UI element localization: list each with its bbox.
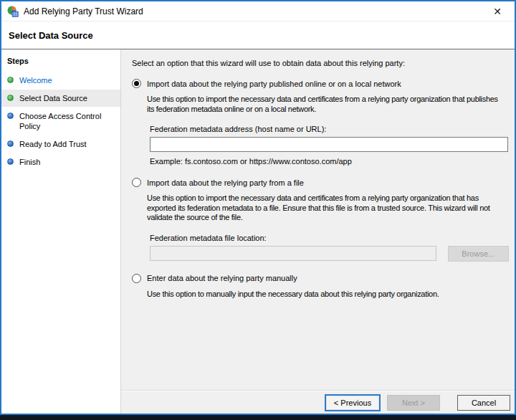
next-button: Next > [387, 395, 440, 411]
previous-button[interactable]: < Previous [325, 394, 381, 411]
radio-row-enter-manually[interactable]: Enter data about the relying party manua… [132, 274, 509, 283]
content-column: Select an option that this wizard will u… [121, 49, 515, 414]
metadata-address-example: Example: fs.contoso.com or https://www.c… [150, 157, 509, 166]
radio-row-import-online[interactable]: Import data about the relying party publ… [132, 79, 509, 88]
page-content: Select an option that this wizard will u… [121, 49, 515, 391]
step-status-icon [7, 140, 14, 147]
metadata-file-field-group: Federation metadata file location: Brows… [150, 234, 509, 262]
wizard-page-header: Select Data Source [1, 22, 515, 49]
step-status-icon [7, 77, 14, 83]
radio-import-file[interactable] [132, 178, 141, 187]
metadata-address-label: Federation metadata address (host name o… [150, 125, 509, 133]
step-status-icon [7, 158, 14, 165]
steps-sidebar: Steps Welcome Select Data Source Choose … [1, 49, 121, 414]
sidebar-item-ready-to-add-trust[interactable]: Ready to Add Trust [1, 135, 120, 153]
metadata-address-field-group: Federation metadata address (host name o… [150, 125, 509, 166]
sidebar-item-welcome[interactable]: Welcome [1, 72, 120, 89]
option-import-file: Import data about the relying party from… [132, 178, 509, 262]
option-description: Use this option to manually input the ne… [147, 290, 509, 300]
wizard-window: Add Relying Party Trust Wizard ✕ Select … [0, 0, 516, 415]
title-bar: Add Relying Party Trust Wizard ✕ [1, 1, 515, 22]
close-icon[interactable]: ✕ [486, 2, 509, 21]
window-title: Add Relying Party Trust Wizard [24, 6, 143, 16]
page-title: Select Data Source [9, 30, 93, 41]
wizard-button-bar: < Previous Next > Cancel [121, 391, 515, 414]
radio-enter-manually[interactable] [132, 274, 141, 283]
sidebar-item-select-data-source[interactable]: Select Data Source [1, 90, 120, 107]
intro-text: Select an option that this wizard will u… [132, 59, 509, 67]
option-import-online: Import data about the relying party publ… [132, 79, 509, 166]
adfs-wizard-icon [7, 6, 19, 17]
radio-row-import-file[interactable]: Import data about the relying party from… [132, 178, 509, 187]
option-description: Use this option to import the necessary … [147, 95, 509, 114]
step-status-icon [7, 113, 14, 119]
option-enter-manually: Enter data about the relying party manua… [132, 274, 509, 300]
option-description: Use this option to import the necessary … [147, 194, 509, 223]
steps-heading: Steps [1, 54, 120, 72]
browse-button: Browse... [448, 246, 509, 262]
step-status-icon [7, 95, 14, 101]
radio-import-online[interactable] [132, 79, 141, 88]
metadata-file-label: Federation metadata file location: [150, 234, 509, 242]
wizard-body: Steps Welcome Select Data Source Choose … [1, 49, 515, 414]
sidebar-item-finish[interactable]: Finish [1, 153, 120, 171]
cancel-button[interactable]: Cancel [457, 395, 510, 411]
metadata-address-input[interactable] [150, 137, 508, 152]
sidebar-item-choose-access-control-policy[interactable]: Choose Access Control Policy [1, 108, 120, 135]
metadata-file-input [150, 246, 436, 261]
